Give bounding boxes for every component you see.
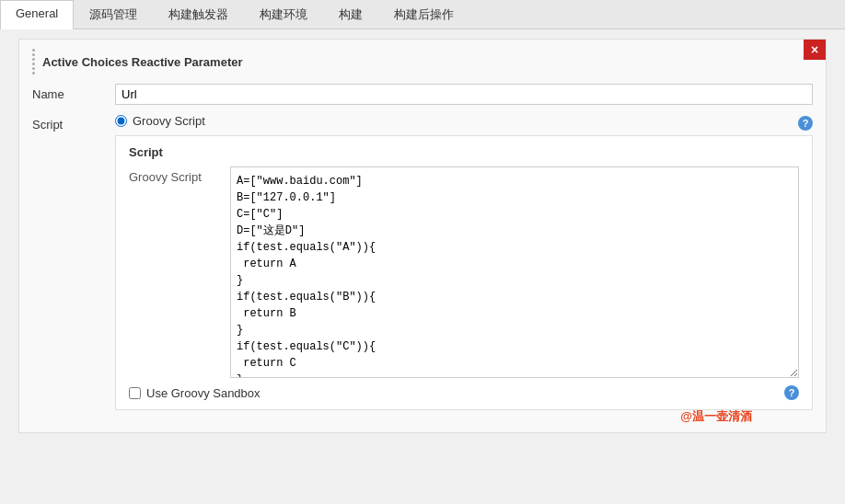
tab-general[interactable]: General [0, 0, 74, 29]
groovy-script-radio-label: Groovy Script [133, 114, 205, 128]
tab-bar: General 源码管理 构建触发器 构建环境 构建 构建后操作 [0, 0, 845, 29]
script-area-title: Script [129, 145, 799, 159]
groovy-script-label: Groovy Script [129, 166, 221, 184]
watermark: @温一壶清酒 [680, 408, 752, 425]
tab-build-trigger[interactable]: 构建触发器 [153, 0, 244, 29]
tab-build[interactable]: 构建 [323, 0, 378, 29]
name-row: Name [32, 84, 813, 105]
code-textarea[interactable]: A=["www.baidu.com"] B=["127.0.0.1"] C=["… [230, 166, 799, 378]
groovy-script-row: Groovy Script A=["www.baidu.com"] B=["12… [129, 166, 799, 378]
panel-title: Active Choices Reactive Parameter [32, 49, 813, 74]
panel: × Active Choices Reactive Parameter Name… [18, 39, 827, 433]
groovy-script-radio[interactable] [115, 115, 127, 127]
tab-build-env[interactable]: 构建环境 [244, 0, 323, 29]
script-row: Script Groovy Script ? Script Groovy Scr… [32, 114, 813, 410]
help-icon[interactable]: ? [798, 116, 813, 131]
panel-title-text: Active Choices Reactive Parameter [42, 55, 243, 69]
tab-post-build[interactable]: 构建后操作 [378, 0, 469, 29]
sandbox-row: Use Groovy Sandbox @温一壶清酒 ? [129, 385, 799, 400]
name-control [115, 84, 813, 105]
tab-source-management[interactable]: 源码管理 [74, 0, 153, 29]
radio-row: Groovy Script [115, 114, 205, 128]
sandbox-help-icon[interactable]: ? [784, 385, 799, 400]
name-input[interactable] [115, 84, 813, 105]
name-label: Name [32, 84, 115, 101]
script-label: Script [32, 114, 115, 132]
sandbox-label: Use Groovy Sandbox [146, 386, 260, 400]
main-content: × Active Choices Reactive Parameter Name… [0, 29, 845, 442]
script-area: Script Groovy Script A=["www.baidu.com"]… [115, 135, 813, 410]
script-control: Groovy Script ? Script Groovy Script A=[… [115, 114, 813, 410]
sandbox-checkbox[interactable] [129, 387, 141, 399]
close-button[interactable]: × [804, 40, 826, 60]
panel-title-dots [32, 49, 35, 74]
radio-and-help: Groovy Script ? [115, 114, 813, 132]
